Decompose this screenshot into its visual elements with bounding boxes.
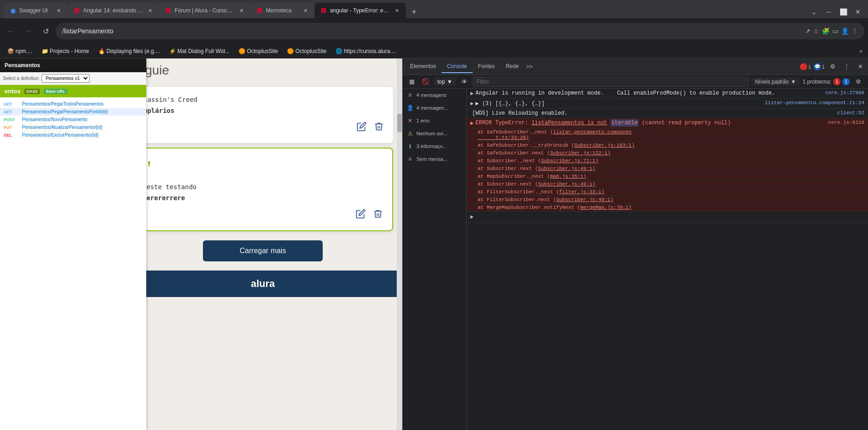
eye-button[interactable]: 👁 [459,76,470,87]
more-bookmarks[interactable]: » [857,46,864,56]
swagger-route-0[interactable]: GET Pensamentos/PegarTodosPensamentos [0,100,146,108]
card-2-edit-button[interactable] [356,209,366,221]
swagger-route-3[interactable]: PUT Pensamentos/AtualizarPensamento/{id} [0,123,146,131]
log-entry-1: ▶ ▶ (3) [{…}, {…}, {…}] listar-pensament… [467,99,868,109]
bookmark-npm[interactable]: 📦 npm.... [4,46,36,56]
menu-icon[interactable]: ⋮ [852,27,858,35]
reload-button[interactable]: ↺ [38,24,53,38]
tab-console[interactable]: Console [442,60,473,73]
card-1-actions [144,122,384,134]
issues-settings-icon[interactable]: ⚙ [852,76,864,88]
stack-line-9: at MergeMapSubscriber.notifyNext (mergeM… [467,204,868,212]
bottom-expand-arrow[interactable]: ▶ [470,213,474,220]
log-source-0[interactable]: core.js:27988 [820,90,864,96]
console-sidebar-toggle[interactable]: ▦ [406,76,417,87]
stack-link-1[interactable]: Subscriber.js:183:1) [574,143,634,148]
maximize-button[interactable]: ⬜ [837,5,850,18]
profile-icon[interactable]: 👤 [841,27,849,35]
bookmark-projects[interactable]: 📁 Projects - Home [38,46,93,56]
stack-link-8[interactable]: Subscriber.js:49:1) [556,197,613,202]
tab-angular[interactable]: 🅰 Angular 14: evoluindo a a... ✕ [68,3,159,18]
devtools-actions: 🚫 1 💬 1 ⚙ ⋮ ✕ [799,61,866,73]
error-underline[interactable]: listaPensamentos is not [532,120,607,126]
swagger-route-1[interactable]: GET Pensamentos/PegarPensamentoPorId/{id… [0,108,146,116]
card-1-edit-button[interactable] [357,122,367,134]
expand-arrow-0[interactable]: ▶ [470,90,474,97]
log-source-1[interactable]: listar-pensamento.component.ts:24 [760,100,864,106]
share-icon[interactable]: ↗ [805,27,810,35]
stack-link-9[interactable]: mergeMap.js:70:1) [580,205,631,210]
stack-link-4[interactable]: Subscriber.js:49:1) [538,166,595,171]
tab-swagger[interactable]: ⬤ Swagger UI ✕ [4,3,68,18]
console-clear-button[interactable]: 🚫 [420,76,431,87]
stack-link-2[interactable]: Subscriber.js:122:1) [550,150,610,156]
load-more-button[interactable]: Carregar mais [203,240,322,261]
sidebar-info[interactable]: ℹ 3 informaço... [403,140,466,153]
bookmark-star-icon[interactable]: ☆ [813,27,819,35]
tab-forum[interactable]: 🅰 Fórum | Alura - Cursos on... ✕ [159,3,250,18]
tab-close-angular[interactable]: ✕ [146,7,154,14]
address-bar[interactable]: /listarPensamento ↗ ☆ 🧩 ▭ 👤 ⋮ [56,23,864,39]
expand-arrow-error[interactable]: ▶ [470,120,474,127]
stack-link-6[interactable]: Subscriber.js:49:1) [538,181,595,187]
back-button[interactable]: ← [4,24,18,38]
filter-input[interactable] [473,77,749,87]
stack-link-7[interactable]: filter.js:33:1) [559,189,604,195]
swagger-definition-select[interactable]: Pensamentos v1 [42,74,90,83]
tab-close-memoteca[interactable]: ✕ [302,7,309,14]
swagger-route-2[interactable]: POST Pensamentos/NovoPensamento [0,116,146,123]
bookmark-octoplus1[interactable]: 🟠 OctoplusSite [235,46,282,56]
tab-close-forum[interactable]: ✕ [238,7,245,14]
bookmark-octoplus2[interactable]: 🟠 OctoplusSite [283,46,330,56]
sidebar-errors[interactable]: ✕ 1 erro [403,114,466,127]
bookmark-alura[interactable]: 🌐 https://cursos.alura.... [332,46,400,56]
log-source-2[interactable]: client:52 [833,110,864,116]
context-selector[interactable]: top ▼ [434,78,456,86]
edit-icon-2 [356,209,366,219]
tab-rede[interactable]: Rede [500,60,524,73]
scrollbar[interactable] [397,58,402,430]
log-expand-row: ▶ [467,212,868,223]
bookmark-matdialog[interactable]: ⚡ Mat Dialog Full Wid... [165,46,233,56]
tab-memoteca[interactable]: 🅰 Memoteca ✕ [250,3,314,18]
tab-fontes[interactable]: Fontes [473,60,501,73]
stack-line-0: at SafeSubscriber._next (listar-pensamen… [467,128,868,142]
scrollbar-thumb[interactable] [397,114,402,132]
new-tab-button[interactable]: + [408,5,421,18]
stack-link-3[interactable]: Subscriber.js:72:1) [541,158,598,164]
card-2-delete-button[interactable] [373,209,383,221]
devtools-settings-button[interactable]: ⚙ [827,61,839,73]
swagger-route-4[interactable]: DEL Pensamentos/ExcluirPensamento/{id} [0,131,146,139]
swagger-select-label: Select a definition [3,76,39,81]
log-source-error[interactable]: core.js:6210 [824,120,864,125]
devtools-more-button[interactable]: ⋮ [841,61,852,73]
sidebar-all-messages[interactable]: ≡ 4 mensagens [403,89,466,101]
tab-elementos[interactable]: Elementos [405,60,442,73]
tab-list-button[interactable]: ⌄ [808,5,820,18]
route-method-1: GET [4,110,22,114]
card-1-delete-button[interactable] [374,122,384,134]
tab-close-swagger[interactable]: ✕ [55,7,62,14]
forward-button[interactable]: → [21,24,36,38]
tab-title-swagger: Swagger UI [19,7,52,14]
footer-logo: alura [131,278,395,290]
issues-count[interactable]: 1 problema: 1 1 [803,78,850,85]
tab-close-angular-error[interactable]: ✕ [393,7,400,14]
expand-arrow-1[interactable]: ▶ [470,100,474,107]
minimize-button[interactable]: ─ [822,5,835,18]
sidebar-warnings[interactable]: ⚠ Nenhum avi... [403,127,466,140]
swagger-sidebar: Pensamentos Select a definition Pensamen… [0,58,146,430]
devtools-close-button[interactable]: ✕ [854,61,866,73]
sidebar-user-messages[interactable]: 👤 4 mensagen... [403,101,466,114]
cast-icon[interactable]: ▭ [832,27,838,35]
extensions-icon[interactable]: 🧩 [822,27,830,35]
close-window-button[interactable]: ✕ [852,5,864,18]
devtools-more-tabs[interactable]: >> [526,64,533,70]
tab-angular-error[interactable]: 🅰 angular - TypeError: entid... ✕ [314,3,406,18]
sidebar-verbose[interactable]: ≡ Sem mensa... [403,153,466,165]
stack-link-5[interactable]: map.js:35:1) [550,174,586,179]
stack-link-0[interactable]: listar-pensamento.componen t.ts:33:29) [478,129,632,140]
levels-selector[interactable]: Níveis padrão ▼ [751,78,800,86]
stack-line-4: at Subscriber.next (Subscriber.js:49:1) [467,165,868,173]
bookmark-displaying[interactable]: 🔥 Displaying files (e.g.... [95,46,164,56]
